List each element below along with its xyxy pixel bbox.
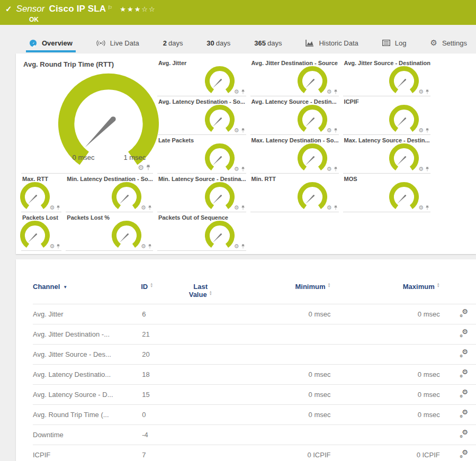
channel-settings-icon[interactable]: ⚙⚙ [460,349,468,358]
gauge-panel[interactable]: Packets Lost ⚙ [21,212,61,251]
channel-name-cell[interactable]: Avg. Jitter Destination -... [33,324,141,345]
flag-icon[interactable]: ⚐ [107,5,112,11]
gauge-settings-gear-icon[interactable]: ⚙ [418,205,424,211]
gauge-panel[interactable]: Late Packets ⚙ [157,135,246,174]
tab-days[interactable]: 365days [253,33,283,52]
column-header-maximum[interactable]: Maximum▲▼ [330,282,439,304]
gauge-pin-icon[interactable] [241,128,245,133]
channel-settings-icon[interactable]: ⚙⚙ [460,329,468,338]
gauge-settings-gear-icon[interactable]: ⚙ [327,128,332,133]
channel-settings-icon[interactable]: ⚙⚙ [460,369,468,378]
gauge-pin-icon[interactable] [334,128,338,133]
gauge-settings-gear-icon[interactable]: ⚙ [327,166,332,172]
gear-icon: ⚙ [430,39,437,47]
channel-name-cell[interactable]: Avg. Jitter [33,304,141,324]
gauge-title: MOS [343,174,430,182]
gauge-pin-icon[interactable] [334,167,338,171]
gauge-settings-gear-icon[interactable]: ⚙ [138,164,144,171]
gauge-pin-icon[interactable] [425,167,429,171]
gauge-settings-gear-icon[interactable]: ⚙ [327,205,332,211]
column-header-id[interactable]: ID▲▼ [141,282,175,304]
tab-historic-data[interactable]: Historic Data [304,33,360,52]
gauge-panel[interactable]: Max. Latency Source - Destin... ⚙ [343,135,430,174]
gauge-settings-gear-icon[interactable]: ⚙ [234,243,239,249]
channel-name-cell[interactable]: ICPIF [33,445,141,461]
priority-stars[interactable]: ★★★☆☆ [120,5,156,13]
gauge-pin-icon[interactable] [425,89,429,94]
gauge-panel[interactable]: Avg. Latency Destination - So... ⚙ [157,96,246,135]
gauge-settings-gear-icon[interactable]: ⚙ [49,205,55,211]
sort-icon[interactable]: ▲▼ [209,291,212,296]
table-row: Avg. Jitter Source - Des... 20 ⚙⚙ [33,345,476,365]
gauge-title: Max. Latency Destination - So... [250,135,339,143]
gauge-pin-icon[interactable] [56,205,60,210]
gauge-settings-gear-icon[interactable]: ⚙ [234,128,239,133]
gauge-pin-icon[interactable] [241,89,245,94]
channel-name-cell[interactable]: Avg. Round Trip Time (... [33,405,141,425]
gauge-panel[interactable]: Avg. Jitter ⚙ [157,58,246,96]
tab-live-data[interactable]: Live Data [95,33,141,52]
gauges-card: Avg. Round Trip Time (RTT) 0 msec 1 msec… [16,53,476,254]
tab-settings[interactable]: ⚙ Settings [428,33,468,52]
channel-settings-icon[interactable]: ⚙⚙ [460,430,468,438]
gauge-settings-gear-icon[interactable]: ⚙ [327,89,332,95]
gauge-pin-icon[interactable] [148,244,152,249]
gauge-panel[interactable]: Packets Lost % ⚙ [66,212,153,251]
tab-days[interactable]: 2days [161,33,185,52]
gauge-pin-icon[interactable] [241,205,245,210]
gauge-settings-gear-icon[interactable]: ⚙ [234,89,239,95]
gauge-panel[interactable]: Min. Latency Source - Destina... ⚙ [157,174,246,212]
column-header-last-value[interactable]: Last Value▲▼ [175,282,226,304]
gauge-pin-icon[interactable] [334,89,338,94]
gauge-settings-gear-icon[interactable]: ⚙ [141,205,146,211]
gauge-settings-gear-icon[interactable]: ⚙ [49,243,55,249]
gauge-panel[interactable]: Avg. Jitter Source - Destination ⚙ [343,58,430,96]
gauge-pin-icon[interactable] [56,244,60,249]
gauge-settings-gear-icon[interactable]: ⚙ [234,166,239,172]
channel-settings-icon[interactable]: ⚙⚙ [460,390,468,398]
channel-name-cell[interactable]: Downtime [33,425,141,445]
gauge-pin-icon[interactable] [148,205,152,210]
filter-dropdown-icon[interactable]: ▼ [63,285,67,290]
channel-settings-icon[interactable]: ⚙⚙ [460,450,468,458]
tab-log[interactable]: Log [381,33,408,52]
channel-name-cell[interactable]: Avg. Latency Source - D... [33,385,141,405]
channel-settings-icon[interactable]: ⚙⚙ [460,309,468,318]
gauge-arc [389,182,419,209]
gauge-pin-icon[interactable] [334,205,338,210]
gauge-pin-icon[interactable] [241,244,245,249]
gauge-settings-gear-icon[interactable]: ⚙ [418,166,424,172]
gauge-pin-icon[interactable] [146,165,151,170]
column-header-actions [440,282,476,304]
gauge-settings-gear-icon[interactable]: ⚙ [418,128,424,133]
column-header-minimum[interactable]: Minimum▲▼ [226,282,331,304]
gauge-title: Max. RTT [21,174,61,182]
tab-overview[interactable]: Overview [28,33,74,52]
sort-icon[interactable]: ▲▼ [437,283,440,288]
channel-minimum-cell [226,324,331,345]
gauge-panel[interactable]: Min. RTT ⚙ [250,174,339,212]
gauge-panel[interactable]: Avg. Latency Source - Destin... ⚙ [250,96,339,135]
gauge-panel[interactable]: Avg. Jitter Destination - Source ⚙ [250,58,339,96]
gauge-settings-gear-icon[interactable]: ⚙ [141,243,146,249]
gauge-panel[interactable]: Packets Out of Sequence ⚙ [157,212,246,251]
column-header-channel[interactable]: Channel▼ [33,282,141,304]
gauge-panel[interactable]: Max. RTT ⚙ [21,174,61,212]
tab-days[interactable]: 30days [205,33,232,52]
gauge-pin-icon[interactable] [425,205,429,210]
gauge-pin-icon[interactable] [425,128,429,133]
tab-bar: Overview Live Data 2days 30days 365days … [0,33,476,52]
channel-settings-icon[interactable]: ⚙⚙ [460,410,468,418]
gauge-panel[interactable]: MOS ⚙ [343,174,430,212]
channel-name-cell[interactable]: Avg. Latency Destinatio... [33,365,141,385]
sort-icon[interactable]: ▲▼ [328,283,331,288]
gauge-settings-gear-icon[interactable]: ⚙ [234,205,239,211]
gauge-panel[interactable]: Max. Latency Destination - So... ⚙ [250,135,339,174]
gauge-pin-icon[interactable] [241,167,245,171]
sort-icon[interactable]: ▲▼ [150,283,153,288]
gauge-panel[interactable]: Min. Latency Destination - So... ⚙ [66,174,153,212]
channel-name-cell[interactable]: Avg. Jitter Source - Des... [33,345,141,365]
gauge-panel-main[interactable]: Avg. Round Trip Time (RTT) 0 msec 1 msec… [21,58,153,174]
gauge-panel[interactable]: ICPIF ⚙ [343,96,430,135]
gauge-settings-gear-icon[interactable]: ⚙ [418,89,424,95]
